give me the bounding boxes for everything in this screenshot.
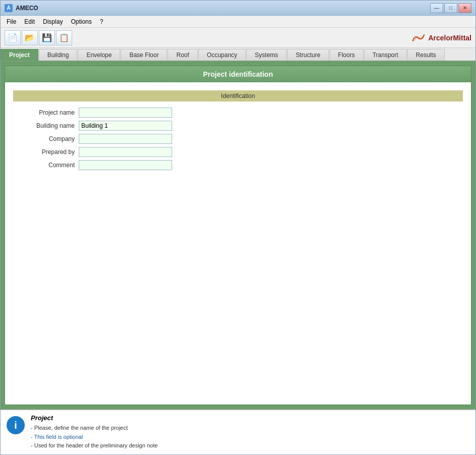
input-prepared-by[interactable] — [79, 147, 172, 157]
form-group-company: Company — [13, 134, 463, 144]
panel-body: Identification Project name Building nam… — [5, 82, 471, 181]
section-header: Identification — [13, 90, 463, 102]
logo-svg — [411, 33, 426, 43]
open-icon: 📂 — [25, 33, 35, 42]
window-controls: — □ ✕ — [430, 3, 471, 13]
input-company[interactable] — [79, 134, 172, 144]
title-bar: A AMECO — □ ✕ — [1, 1, 475, 16]
report-button[interactable]: 📋 — [56, 30, 72, 45]
new-icon: 📄 — [8, 33, 18, 42]
main-content: Project identification Identification Pr… — [1, 62, 475, 409]
label-comment: Comment — [13, 162, 79, 169]
menu-options[interactable]: Options — [67, 17, 95, 26]
menu-edit[interactable]: Edit — [20, 17, 39, 26]
label-company: Company — [13, 135, 79, 142]
tab-roof[interactable]: Roof — [168, 49, 197, 61]
report-icon: 📋 — [59, 33, 69, 42]
status-line-2: - This field is optional — [31, 433, 469, 442]
info-icon: i — [7, 416, 25, 434]
tab-transport[interactable]: Transport — [364, 49, 407, 61]
form-group-building-name: Building name — [13, 121, 463, 131]
tab-occupancy[interactable]: Occupancy — [198, 49, 246, 61]
tab-envelope[interactable]: Envelope — [78, 49, 120, 61]
tab-structure[interactable]: Structure — [287, 49, 329, 61]
label-project-name: Project name — [13, 109, 79, 116]
input-project-name[interactable] — [79, 108, 172, 118]
menu-bar: File Edit Display Options ? — [1, 16, 475, 28]
status-title: Project — [31, 414, 469, 422]
status-line-1: - Please, define the name of the project — [31, 424, 469, 433]
label-prepared-by: Prepared by — [13, 148, 79, 156]
content-panel: Project identification Identification Pr… — [5, 66, 471, 405]
status-line-3: - Used for the header of the preliminary… — [31, 441, 469, 450]
title-bar-left: A AMECO — [5, 4, 38, 12]
app-icon: A — [5, 4, 13, 12]
maximize-button[interactable]: □ — [444, 3, 457, 13]
form-group-comment: Comment — [13, 160, 463, 170]
tab-building[interactable]: Building — [39, 49, 78, 61]
tab-project[interactable]: Project — [1, 49, 38, 61]
window-title: AMECO — [16, 5, 38, 12]
logo-text: ArcelorMittal — [428, 34, 471, 42]
menu-file[interactable]: File — [3, 17, 20, 26]
tab-systems[interactable]: Systems — [246, 49, 287, 61]
status-bar: i Project - Please, define the name of t… — [1, 409, 475, 454]
status-content: Project - Please, define the name of the… — [31, 414, 469, 450]
menu-display[interactable]: Display — [39, 17, 67, 26]
menu-help[interactable]: ? — [96, 17, 108, 26]
tab-bar: Project Building Envelope Base Floor Roo… — [1, 48, 475, 62]
new-button[interactable]: 📄 — [5, 30, 21, 45]
form-group-prepared-by: Prepared by — [13, 147, 463, 157]
arcelormittal-logo: ArcelorMittal — [411, 33, 471, 43]
toolbar: 📄 📂 💾 📋 ArcelorMittal — [1, 28, 475, 48]
input-comment[interactable] — [79, 160, 172, 170]
tab-floors[interactable]: Floors — [330, 49, 363, 61]
panel-header: Project identification — [5, 66, 471, 82]
toolbar-buttons: 📄 📂 💾 📋 — [5, 30, 72, 45]
input-building-name[interactable] — [79, 121, 172, 131]
tab-base-floor[interactable]: Base Floor — [121, 49, 167, 61]
open-button[interactable]: 📂 — [22, 30, 38, 45]
form-group-project-name: Project name — [13, 108, 463, 118]
close-button[interactable]: ✕ — [458, 3, 471, 13]
save-button[interactable]: 💾 — [39, 30, 55, 45]
label-building-name: Building name — [13, 122, 79, 129]
minimize-button[interactable]: — — [430, 3, 443, 13]
save-icon: 💾 — [42, 33, 52, 42]
main-window: A AMECO — □ ✕ File Edit Display Options … — [0, 0, 476, 455]
tab-results[interactable]: Results — [407, 49, 445, 61]
